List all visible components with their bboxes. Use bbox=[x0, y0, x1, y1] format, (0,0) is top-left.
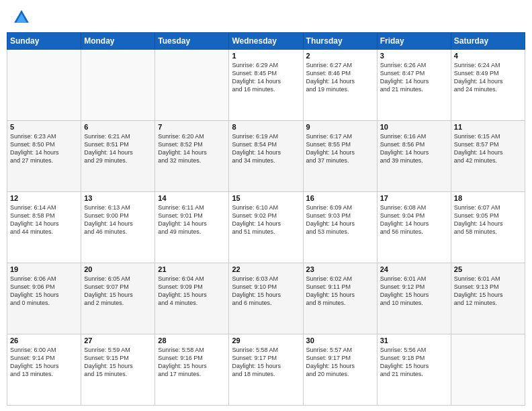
header bbox=[0, 0, 532, 32]
day-number: 20 bbox=[84, 265, 152, 273]
calendar-cell: 15Sunrise: 6:10 AMSunset: 9:02 PMDayligh… bbox=[229, 192, 303, 263]
calendar-cell: 16Sunrise: 6:09 AMSunset: 9:03 PMDayligh… bbox=[303, 192, 377, 263]
calendar-cell: 31Sunrise: 5:56 AMSunset: 9:18 PMDayligh… bbox=[377, 334, 451, 406]
logo bbox=[12, 8, 34, 27]
day-number: 19 bbox=[10, 265, 78, 273]
calendar-cell: 18Sunrise: 6:07 AMSunset: 9:05 PMDayligh… bbox=[451, 192, 525, 263]
calendar-cell bbox=[7, 50, 81, 121]
weekday-header-saturday: Saturday bbox=[451, 33, 525, 50]
calendar-cell: 17Sunrise: 6:08 AMSunset: 9:04 PMDayligh… bbox=[377, 192, 451, 263]
cell-text: Sunrise: 6:03 AMSunset: 9:10 PMDaylight:… bbox=[232, 275, 300, 308]
cell-text: Sunrise: 6:29 AMSunset: 8:45 PMDaylight:… bbox=[232, 61, 300, 94]
cell-text: Sunrise: 6:09 AMSunset: 9:03 PMDaylight:… bbox=[306, 203, 374, 236]
calendar-row: 12Sunrise: 6:14 AMSunset: 8:58 PMDayligh… bbox=[7, 192, 525, 263]
cell-text: Sunrise: 6:11 AMSunset: 9:01 PMDaylight:… bbox=[158, 203, 226, 236]
calendar-cell: 4Sunrise: 6:24 AMSunset: 8:49 PMDaylight… bbox=[451, 50, 525, 121]
calendar-cell: 27Sunrise: 5:59 AMSunset: 9:15 PMDayligh… bbox=[81, 334, 155, 406]
cell-text: Sunrise: 6:15 AMSunset: 8:57 PMDaylight:… bbox=[454, 132, 522, 165]
cell-text: Sunrise: 6:24 AMSunset: 8:49 PMDaylight:… bbox=[454, 61, 522, 94]
day-number: 12 bbox=[10, 194, 78, 202]
logo-icon bbox=[12, 8, 31, 27]
calendar-cell: 19Sunrise: 6:06 AMSunset: 9:06 PMDayligh… bbox=[7, 263, 81, 334]
calendar-cell: 9Sunrise: 6:17 AMSunset: 8:55 PMDaylight… bbox=[303, 121, 377, 192]
day-number: 28 bbox=[158, 336, 226, 345]
calendar-cell bbox=[81, 50, 155, 121]
calendar-cell: 8Sunrise: 6:19 AMSunset: 8:54 PMDaylight… bbox=[229, 121, 303, 192]
day-number: 1 bbox=[232, 52, 300, 60]
day-number: 9 bbox=[306, 123, 374, 131]
calendar-row: 19Sunrise: 6:06 AMSunset: 9:06 PMDayligh… bbox=[7, 263, 525, 334]
day-number: 29 bbox=[232, 336, 300, 345]
calendar-cell: 29Sunrise: 5:58 AMSunset: 9:17 PMDayligh… bbox=[229, 334, 303, 406]
day-number: 13 bbox=[84, 194, 152, 202]
cell-text: Sunrise: 6:16 AMSunset: 8:56 PMDaylight:… bbox=[380, 132, 448, 165]
cell-text: Sunrise: 5:59 AMSunset: 9:15 PMDaylight:… bbox=[84, 346, 152, 379]
cell-text: Sunrise: 6:01 AMSunset: 9:12 PMDaylight:… bbox=[380, 275, 448, 308]
weekday-header-row: SundayMondayTuesdayWednesdayThursdayFrid… bbox=[7, 33, 525, 50]
weekday-header-tuesday: Tuesday bbox=[155, 33, 229, 50]
day-number: 22 bbox=[232, 265, 300, 273]
weekday-header-friday: Friday bbox=[377, 33, 451, 50]
cell-text: Sunrise: 6:19 AMSunset: 8:54 PMDaylight:… bbox=[232, 132, 300, 165]
day-number: 2 bbox=[306, 52, 374, 60]
cell-text: Sunrise: 6:14 AMSunset: 8:58 PMDaylight:… bbox=[10, 203, 78, 236]
calendar-cell: 5Sunrise: 6:23 AMSunset: 8:50 PMDaylight… bbox=[7, 121, 81, 192]
cell-text: Sunrise: 6:13 AMSunset: 9:00 PMDaylight:… bbox=[84, 203, 152, 236]
calendar-row: 5Sunrise: 6:23 AMSunset: 8:50 PMDaylight… bbox=[7, 121, 525, 192]
cell-text: Sunrise: 6:05 AMSunset: 9:07 PMDaylight:… bbox=[84, 275, 152, 308]
cell-text: Sunrise: 6:07 AMSunset: 9:05 PMDaylight:… bbox=[454, 203, 522, 236]
calendar-cell: 14Sunrise: 6:11 AMSunset: 9:01 PMDayligh… bbox=[155, 192, 229, 263]
weekday-header-sunday: Sunday bbox=[7, 33, 81, 50]
day-number: 23 bbox=[306, 265, 374, 273]
calendar-cell: 26Sunrise: 6:00 AMSunset: 9:14 PMDayligh… bbox=[7, 334, 81, 406]
calendar-cell: 7Sunrise: 6:20 AMSunset: 8:52 PMDaylight… bbox=[155, 121, 229, 192]
day-number: 18 bbox=[454, 194, 522, 202]
day-number: 11 bbox=[454, 123, 522, 131]
cell-text: Sunrise: 6:02 AMSunset: 9:11 PMDaylight:… bbox=[306, 275, 374, 308]
calendar-cell: 1Sunrise: 6:29 AMSunset: 8:45 PMDaylight… bbox=[229, 50, 303, 121]
calendar-cell: 24Sunrise: 6:01 AMSunset: 9:12 PMDayligh… bbox=[377, 263, 451, 334]
cell-text: Sunrise: 6:21 AMSunset: 8:51 PMDaylight:… bbox=[84, 132, 152, 165]
calendar-cell: 12Sunrise: 6:14 AMSunset: 8:58 PMDayligh… bbox=[7, 192, 81, 263]
cell-text: Sunrise: 6:08 AMSunset: 9:04 PMDaylight:… bbox=[380, 203, 448, 236]
calendar-cell: 20Sunrise: 6:05 AMSunset: 9:07 PMDayligh… bbox=[81, 263, 155, 334]
day-number: 24 bbox=[380, 265, 448, 273]
cell-text: Sunrise: 5:57 AMSunset: 9:17 PMDaylight:… bbox=[306, 346, 374, 379]
cell-text: Sunrise: 6:23 AMSunset: 8:50 PMDaylight:… bbox=[10, 132, 78, 165]
cell-text: Sunrise: 6:04 AMSunset: 9:09 PMDaylight:… bbox=[158, 275, 226, 308]
cell-text: Sunrise: 6:01 AMSunset: 9:13 PMDaylight:… bbox=[454, 275, 522, 308]
day-number: 17 bbox=[380, 194, 448, 202]
calendar-cell: 2Sunrise: 6:27 AMSunset: 8:46 PMDaylight… bbox=[303, 50, 377, 121]
weekday-header-thursday: Thursday bbox=[303, 33, 377, 50]
cell-text: Sunrise: 6:00 AMSunset: 9:14 PMDaylight:… bbox=[10, 346, 78, 379]
day-number: 4 bbox=[454, 52, 522, 60]
day-number: 25 bbox=[454, 265, 522, 273]
day-number: 8 bbox=[232, 123, 300, 131]
calendar-cell bbox=[451, 334, 525, 406]
day-number: 21 bbox=[158, 265, 226, 273]
calendar-cell: 11Sunrise: 6:15 AMSunset: 8:57 PMDayligh… bbox=[451, 121, 525, 192]
calendar-row: 26Sunrise: 6:00 AMSunset: 9:14 PMDayligh… bbox=[7, 334, 525, 406]
day-number: 5 bbox=[10, 123, 78, 131]
cell-text: Sunrise: 6:10 AMSunset: 9:02 PMDaylight:… bbox=[232, 203, 300, 236]
day-number: 10 bbox=[380, 123, 448, 131]
day-number: 30 bbox=[306, 336, 374, 345]
calendar-cell: 23Sunrise: 6:02 AMSunset: 9:11 PMDayligh… bbox=[303, 263, 377, 334]
cell-text: Sunrise: 6:26 AMSunset: 8:47 PMDaylight:… bbox=[380, 61, 448, 94]
cell-text: Sunrise: 5:58 AMSunset: 9:16 PMDaylight:… bbox=[158, 346, 226, 379]
day-number: 14 bbox=[158, 194, 226, 202]
day-number: 26 bbox=[10, 336, 78, 345]
calendar-cell: 13Sunrise: 6:13 AMSunset: 9:00 PMDayligh… bbox=[81, 192, 155, 263]
day-number: 15 bbox=[232, 194, 300, 202]
cell-text: Sunrise: 6:06 AMSunset: 9:06 PMDaylight:… bbox=[10, 275, 78, 308]
cell-text: Sunrise: 6:20 AMSunset: 8:52 PMDaylight:… bbox=[158, 132, 226, 165]
calendar-row: 1Sunrise: 6:29 AMSunset: 8:45 PMDaylight… bbox=[7, 50, 525, 121]
calendar-cell: 21Sunrise: 6:04 AMSunset: 9:09 PMDayligh… bbox=[155, 263, 229, 334]
calendar-cell: 10Sunrise: 6:16 AMSunset: 8:56 PMDayligh… bbox=[377, 121, 451, 192]
calendar-cell: 3Sunrise: 6:26 AMSunset: 8:47 PMDaylight… bbox=[377, 50, 451, 121]
cell-text: Sunrise: 6:17 AMSunset: 8:55 PMDaylight:… bbox=[306, 132, 374, 165]
day-number: 16 bbox=[306, 194, 374, 202]
calendar-cell: 30Sunrise: 5:57 AMSunset: 9:17 PMDayligh… bbox=[303, 334, 377, 406]
calendar-cell: 28Sunrise: 5:58 AMSunset: 9:16 PMDayligh… bbox=[155, 334, 229, 406]
weekday-header-wednesday: Wednesday bbox=[229, 33, 303, 50]
